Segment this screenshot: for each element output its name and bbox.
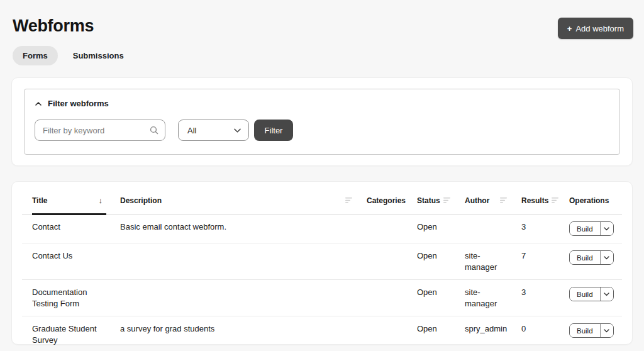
filter-submit-button[interactable]: Filter <box>254 120 293 141</box>
webform-title[interactable]: Graduate Student Survey <box>22 316 110 351</box>
column-label: Author <box>465 196 489 205</box>
tab-bar: Forms Submissions <box>13 46 644 65</box>
webform-author: site-manager <box>455 243 511 280</box>
webform-description <box>110 280 357 316</box>
operations-dropdown-toggle[interactable] <box>600 251 613 264</box>
column-header-categories: Categories <box>357 189 407 214</box>
column-header-author[interactable]: Author <box>455 189 511 214</box>
operations-dropdown-toggle[interactable] <box>600 222 613 235</box>
column-label: Status <box>417 196 440 205</box>
filter-details-toggle[interactable]: Filter webforms <box>25 89 619 116</box>
webform-results[interactable]: 7 <box>511 243 559 280</box>
active-sort-underline <box>32 213 106 215</box>
column-label: Categories <box>367 196 406 205</box>
sort-icon[interactable] <box>443 197 451 204</box>
search-icon <box>149 125 159 135</box>
webform-author <box>455 214 511 243</box>
webform-categories <box>357 214 407 243</box>
filter-controls: All Filter <box>25 116 619 154</box>
add-webform-button[interactable]: + Add webform <box>558 18 633 39</box>
sort-icon[interactable] <box>345 197 353 204</box>
chevron-down-icon <box>604 227 609 231</box>
webform-author: site-manager <box>455 280 511 316</box>
webform-results[interactable]: 3 <box>511 214 559 243</box>
table-header-row: Title ↓ Description <box>22 189 622 214</box>
build-split-button: Build <box>569 287 614 301</box>
add-webform-label: Add webform <box>575 24 624 33</box>
webform-description <box>110 243 357 280</box>
column-header-description[interactable]: Description <box>110 189 357 214</box>
build-button[interactable]: Build <box>570 324 600 337</box>
webform-title[interactable]: Contact Us <box>22 243 110 280</box>
column-label: Operations <box>569 196 609 205</box>
webform-description: Basic email contact webform. <box>110 214 357 243</box>
column-header-status[interactable]: Status <box>407 189 455 214</box>
table-row: Contact Us Open site-manager 7 Build <box>22 243 622 280</box>
webform-status: Open <box>407 214 455 243</box>
table-row: Documentation Testing Form Open site-man… <box>22 280 622 316</box>
webforms-table: Title ↓ Description <box>22 189 622 351</box>
category-select-value: All <box>187 126 196 135</box>
webforms-table-panel: Title ↓ Description <box>11 181 633 345</box>
webform-author: spry_admin <box>455 316 511 351</box>
column-label: Title <box>32 196 47 205</box>
sort-icon[interactable] <box>551 197 559 204</box>
category-select[interactable]: All <box>178 120 249 141</box>
page-title: Webforms <box>13 16 633 36</box>
plus-icon: + <box>567 24 572 33</box>
webform-status: Open <box>407 316 455 351</box>
chevron-down-icon <box>604 292 609 296</box>
operations-dropdown-toggle[interactable] <box>600 287 613 301</box>
keyword-filter-input[interactable] <box>35 120 165 141</box>
chevron-down-icon <box>604 256 609 260</box>
filter-legend: Filter webforms <box>48 99 109 108</box>
webform-categories <box>357 316 407 351</box>
chevron-up-icon <box>35 100 42 108</box>
build-button[interactable]: Build <box>570 222 600 235</box>
webform-operations: Build <box>559 316 622 351</box>
table-row: Contact Basic email contact webform. Ope… <box>22 214 622 243</box>
filter-details: Filter webforms All Filter <box>24 89 620 155</box>
webform-title[interactable]: Contact <box>22 214 110 243</box>
tab-submissions[interactable]: Submissions <box>63 46 134 65</box>
build-button[interactable]: Build <box>570 287 600 301</box>
build-split-button: Build <box>569 221 614 236</box>
column-label: Results <box>521 196 548 205</box>
chevron-down-icon <box>604 329 609 333</box>
build-button[interactable]: Build <box>570 251 600 264</box>
build-split-button: Build <box>569 250 614 265</box>
filter-panel: Filter webforms All Filter <box>11 77 633 166</box>
column-header-results[interactable]: Results <box>511 189 559 214</box>
webform-operations: Build <box>559 214 622 243</box>
keyword-field-wrap <box>35 120 165 141</box>
operations-dropdown-toggle[interactable] <box>600 324 613 337</box>
column-label: Description <box>120 196 162 205</box>
webform-status: Open <box>407 280 455 316</box>
webform-status: Open <box>407 243 455 280</box>
webform-title[interactable]: Documentation Testing Form <box>22 280 110 316</box>
chevron-down-icon <box>234 128 241 133</box>
column-header-title[interactable]: Title ↓ <box>22 189 110 214</box>
page-header: Webforms + Add webform <box>0 0 644 36</box>
tab-forms[interactable]: Forms <box>13 46 58 65</box>
webform-operations: Build <box>559 243 622 280</box>
webform-categories <box>357 280 407 316</box>
build-split-button: Build <box>569 323 614 338</box>
webform-results[interactable]: 0 <box>511 316 559 351</box>
sort-desc-icon: ↓ <box>99 196 107 205</box>
column-header-operations: Operations <box>559 189 622 214</box>
table-row: Graduate Student Survey a survey for gra… <box>22 316 622 351</box>
webform-results[interactable]: 3 <box>511 280 559 316</box>
webform-description: a survey for grad students <box>110 316 357 351</box>
webform-categories <box>357 243 407 280</box>
webform-operations: Build <box>559 280 622 316</box>
sort-icon[interactable] <box>499 197 508 204</box>
